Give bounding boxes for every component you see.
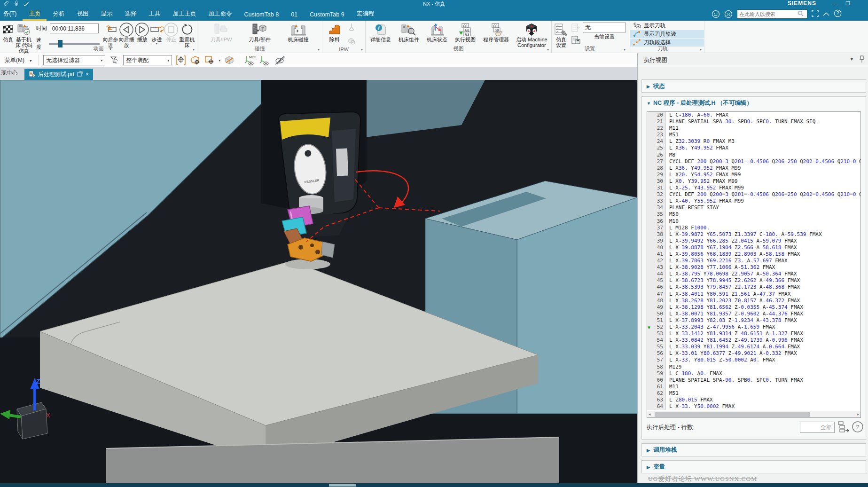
ribbon-tab-CustomTab 9[interactable]: CustomTab 9 <box>304 9 351 21</box>
selection-scope-dropdown[interactable]: 整个装配▾ <box>123 55 172 65</box>
close-tab-icon[interactable]: × <box>86 71 89 78</box>
details-button[interactable]: i 详细信息 <box>368 22 394 42</box>
machine-collision-button[interactable]: 机床碰撞 <box>281 22 316 42</box>
nc-code-line[interactable]: 23M51 <box>647 132 860 138</box>
nc-code-line[interactable]: 47L X-38.4011 Y80.591 Z1.561 A-47.37 FMA… <box>647 291 860 298</box>
ribbon-tab-分析[interactable]: 分析 <box>47 8 70 21</box>
group-dialog-caret[interactable]: ▾ <box>547 47 549 52</box>
hide-toggle-icon[interactable] <box>274 55 285 66</box>
nc-code-line[interactable]: 49L X-38.1298 Y81.6562 Z-0.0355 A-45.374… <box>647 304 860 311</box>
launch-machine-configurator-button[interactable]: 启动 Machine Configurator <box>514 22 549 48</box>
ipw-tool-icon[interactable] <box>347 23 356 34</box>
nc-code-line[interactable]: 57L X-33. Y80.015 Z-50.0002 A0. FMAX <box>647 357 860 363</box>
execution-view-button[interactable]: G0G0G3 执行视图 <box>452 22 478 42</box>
nc-code-line[interactable]: 33L X-40. Y55.952 FMAX M99 <box>647 198 860 204</box>
show-toolpath-toggle[interactable]: 5 显示刀轨 <box>630 22 704 30</box>
code-hscrollbar[interactable]: ◂ ▸ <box>647 411 860 417</box>
nc-code-line[interactable]: 40L X-39.8878 Y67.1904 Z2.566 A-58.618 F… <box>647 244 860 251</box>
discovery-center-label[interactable]: 现中心 <box>0 69 24 80</box>
group-dialog-caret[interactable]: ▾ <box>361 47 363 52</box>
happy-face-icon[interactable] <box>712 10 720 18</box>
expand-arrow-icon[interactable]: ▶ <box>647 84 653 89</box>
group-dialog-caret[interactable]: ▾ <box>193 47 195 52</box>
ribbon-tab-CustomTab 8[interactable]: CustomTab 8 <box>238 9 285 21</box>
hscroll-thumb[interactable] <box>655 412 810 417</box>
nc-code-line[interactable]: 30L X0. Y39.952 FMAX M99 <box>647 178 860 185</box>
variables-section[interactable]: ▶变量 <box>641 460 866 473</box>
nc-code-line[interactable]: 26M8 <box>647 152 860 158</box>
nc-code-line[interactable]: 53L X-33.1412 Y81.9314 Z-48.6151 A-1.327… <box>647 330 860 337</box>
tool-part-collision-button[interactable]: 刀具/部件 <box>242 22 277 42</box>
graphics-viewport[interactable]: KESSLER Z X <box>0 80 637 487</box>
snap-rect-icon[interactable]: ▾ <box>204 55 220 66</box>
nc-code-line[interactable]: 64L X-33. Y50.0002 FMAX <box>647 403 860 410</box>
nc-code-line[interactable]: 38L X-39.9872 Y65.5073 Z1.3397 C-180. A-… <box>647 231 860 238</box>
nc-code-line[interactable]: 34PLANE RESET STAY <box>647 204 860 211</box>
nc-code-line[interactable]: 42L X-39.7063 Y69.2216 Z3. A-57.697 FMAX <box>647 258 860 264</box>
nc-code-line[interactable]: 25L X36. Y49.952 FMAX <box>647 145 860 151</box>
nc-code-line[interactable]: 60PLANE SPATIAL SPA-90. SPB0. SPC0. TURN… <box>647 377 860 384</box>
filter-reset-icon[interactable] <box>109 55 120 66</box>
nc-code-line[interactable]: 48L X-38.2628 Y81.2023 Z0.8157 A-46.372 … <box>647 298 860 304</box>
help-icon[interactable]: ? <box>834 9 842 19</box>
nc-code-line[interactable]: 51L X-37.8993 Y82.03 Z-1.9234 A-43.378 F… <box>647 317 860 324</box>
status-section[interactable]: ▶状态 <box>641 79 866 93</box>
nc-code-line[interactable]: 29L X20. Y54.952 FMAX M99 <box>647 172 860 178</box>
nc-code-line[interactable]: 43L X-38.9028 Y77.1066 A-51.362 FMAX <box>647 264 860 271</box>
nc-code-line[interactable]: 56L X-33.01 Y80.6377 Z-49.9021 A-0.332 F… <box>647 350 860 357</box>
minimize-ribbon-icon[interactable] <box>823 10 829 18</box>
minimize-button[interactable]: — <box>833 0 838 6</box>
nc-code-line[interactable]: 36M10 <box>647 218 860 225</box>
help-circle-icon[interactable]: ? <box>852 421 864 434</box>
nc-code-line[interactable]: 28L X36. Y49.952 FMAX M99 <box>647 165 860 172</box>
reset-machine-button[interactable]: 重置机床 <box>179 22 195 48</box>
group-dialog-caret[interactable]: ▾ <box>624 47 626 52</box>
nc-code-line[interactable]: 39L X-39.9492 Y66.285 Z2.0415 A-59.079 F… <box>647 238 860 244</box>
nc-code-line[interactable]: 35M50 <box>647 211 860 218</box>
ribbon-tab-选择[interactable]: 选择 <box>118 8 142 21</box>
sad-face-icon[interactable] <box>724 10 733 18</box>
ribbon-tab-宏编程[interactable]: 宏编程 <box>351 8 381 21</box>
machine-status-button[interactable]: 机床状态 <box>424 22 450 42</box>
nc-code-line[interactable]: 52▼L X-33.2043 Z-47.9956 A-1.659 FMAX <box>647 324 860 330</box>
command-search[interactable] <box>737 9 807 19</box>
wcs-display-icon[interactable] <box>259 55 271 66</box>
collapse-arrow-icon[interactable]: ▼ <box>647 101 653 106</box>
nc-code-line[interactable]: 58M129 <box>647 364 860 370</box>
nc-code-line[interactable]: 37L M128 F1000. <box>647 225 860 231</box>
group-dialog-caret[interactable]: ▾ <box>700 47 702 52</box>
menu-button[interactable]: 菜单(M) ▾ <box>3 56 33 64</box>
machine-components-button[interactable]: 机床组件 <box>396 22 422 42</box>
search-input[interactable] <box>739 11 798 17</box>
mcs-display-icon[interactable]: MCS <box>245 55 256 66</box>
nc-code-line[interactable]: 55L X-33.039 Y81.1994 Z-49.6174 A-0.664 … <box>647 344 860 350</box>
nc-code-line[interactable]: 27CYCL DEF 200 Q200=3 Q201=-0.4506 Q206=… <box>647 158 860 165</box>
nc-code-line[interactable]: 54L X-33.0842 Y81.6452 Z-49.1739 A-0.996… <box>647 337 860 344</box>
restore-button[interactable]: ❐ <box>845 0 850 7</box>
expand-arrow-icon[interactable]: ▶ <box>647 465 653 470</box>
settings-save-icon[interactable] <box>571 36 580 46</box>
simulate-button[interactable]: 仿真 <box>2 22 14 42</box>
nc-code-line[interactable]: 21PLANE SPATIAL SPA-30. SPB0. SPC0. TURN… <box>647 118 860 125</box>
play-back-button[interactable]: 向后播放 <box>118 22 135 48</box>
nc-code-line[interactable]: 61M11 <box>647 384 860 390</box>
nc-code-line[interactable]: 63L Z80.015 FMAX <box>647 397 860 403</box>
nc-code-line[interactable]: 31L X-25. Y43.952 FMAX M99 <box>647 185 860 191</box>
snap-box-icon[interactable] <box>190 55 201 66</box>
undock-icon[interactable] <box>77 71 83 78</box>
nc-code-line[interactable]: 24L Z32.3039 R0 FMAX M3 <box>647 138 860 145</box>
nc-code-line[interactable]: 20L C-180. A-60. FMAX <box>647 112 860 118</box>
material-removal-button[interactable]: 除料 <box>324 22 345 42</box>
ribbon-tab-主页[interactable]: 主页 <box>23 8 47 21</box>
group-dialog-caret[interactable]: ▾ <box>318 47 320 52</box>
call-stack-section[interactable]: ▶调用堆栈 <box>641 443 866 456</box>
nc-code-line[interactable]: 44L X-38.795 Y78.0698 Z2.9057 A-50.364 F… <box>647 271 860 277</box>
ribbon-tab-务(T)[interactable]: 务(T) <box>0 8 23 21</box>
ipw-inspect-icon[interactable] <box>347 36 356 47</box>
ribbon-tab-加工命令[interactable]: 加工命令 <box>202 8 238 21</box>
step-button[interactable]: 步进 ▾ <box>149 22 164 45</box>
ribbon-tab-工具[interactable]: 工具 <box>142 8 166 21</box>
nc-code-line[interactable]: 46L X-38.5393 Y79.8457 Z2.1723 A-48.368 … <box>647 284 860 291</box>
panel-menu-caret[interactable]: ▼ <box>850 57 854 62</box>
panel-pin-icon[interactable] <box>859 55 865 64</box>
